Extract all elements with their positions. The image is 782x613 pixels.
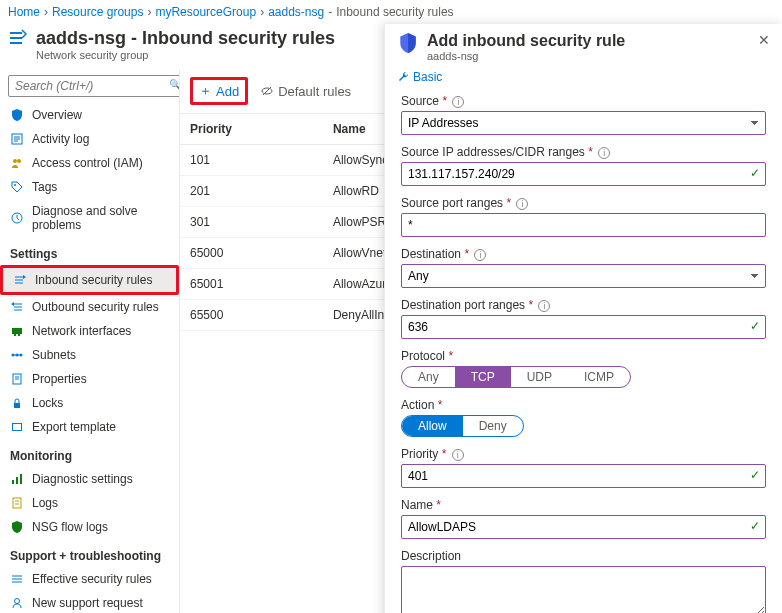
sidebar-item-inbound-rules[interactable]: Inbound security rules	[3, 268, 176, 292]
log-icon	[10, 132, 24, 146]
info-icon[interactable]: i	[516, 198, 528, 210]
source-ip-input[interactable]	[401, 162, 766, 186]
action-deny[interactable]: Deny	[463, 416, 523, 436]
sidebar-item-iam[interactable]: Access control (IAM)	[0, 151, 179, 175]
sidebar-item-label: Subnets	[32, 348, 76, 362]
sidebar-item-label: Diagnose and solve problems	[32, 204, 169, 232]
nsg-rules-icon	[8, 28, 28, 48]
name-input[interactable]	[401, 515, 766, 539]
lock-icon	[10, 396, 24, 410]
info-icon[interactable]: i	[598, 147, 610, 159]
protocol-any[interactable]: Any	[402, 367, 455, 387]
svg-point-7	[13, 159, 17, 163]
label-source: Source * i	[401, 94, 766, 108]
sidebar-item-support-request[interactable]: New support request	[0, 591, 179, 613]
breadcrumb-rg[interactable]: Resource groups	[52, 5, 143, 19]
sidebar-item-label: New support request	[32, 596, 143, 610]
breadcrumb-page: Inbound security rules	[336, 5, 453, 19]
close-icon[interactable]: ✕	[758, 32, 770, 48]
sidebar-item-diagnose[interactable]: Diagnose and solve problems	[0, 199, 179, 237]
add-button[interactable]: ＋Add	[199, 82, 239, 100]
info-icon[interactable]: i	[474, 249, 486, 261]
svg-point-39	[15, 599, 20, 604]
dest-port-input[interactable]	[401, 315, 766, 339]
sidebar-item-nics[interactable]: Network interfaces	[0, 319, 179, 343]
cell-priority: 65000	[180, 238, 323, 269]
search-input[interactable]	[8, 75, 180, 97]
description-input[interactable]	[401, 566, 766, 613]
protocol-icmp[interactable]: ICMP	[568, 367, 630, 387]
breadcrumb-group[interactable]: myResourceGroup	[155, 5, 256, 19]
col-priority[interactable]: Priority	[180, 114, 323, 145]
label-destination: Destination * i	[401, 247, 766, 261]
sidebar-item-properties[interactable]: Properties	[0, 367, 179, 391]
subnet-icon	[10, 348, 24, 362]
priority-input[interactable]	[401, 464, 766, 488]
info-icon[interactable]: i	[452, 96, 464, 108]
sidebar-item-effective-rules[interactable]: Effective security rules	[0, 567, 179, 591]
shield-icon	[397, 32, 419, 54]
page-title: aadds-nsg - Inbound security rules	[36, 28, 335, 49]
sidebar-item-subnets[interactable]: Subnets	[0, 343, 179, 367]
nic-icon	[10, 324, 24, 338]
sidebar-item-label: Logs	[32, 496, 58, 510]
sidebar-item-outbound-rules[interactable]: Outbound security rules	[0, 295, 179, 319]
people-icon	[10, 156, 24, 170]
sidebar-item-label: Inbound security rules	[35, 273, 152, 287]
svg-rect-29	[13, 424, 21, 430]
sidebar-item-flow-logs[interactable]: NSG flow logs	[0, 515, 179, 539]
svg-rect-17	[12, 328, 22, 334]
sidebar-item-logs[interactable]: Logs	[0, 491, 179, 515]
svg-rect-33	[13, 498, 21, 508]
destination-select[interactable]: Any	[401, 264, 766, 288]
sidebar-item-label: Diagnostic settings	[32, 472, 133, 486]
sidebar: « Overview Activity log Access control (…	[0, 69, 180, 613]
label-priority: Priority * i	[401, 447, 766, 461]
export-icon	[10, 420, 24, 434]
sidebar-item-label: Properties	[32, 372, 87, 386]
sidebar-item-overview[interactable]: Overview	[0, 103, 179, 127]
breadcrumb-home[interactable]: Home	[8, 5, 40, 19]
sidebar-section-support: Support + troubleshooting	[0, 539, 179, 567]
info-icon[interactable]: i	[538, 300, 550, 312]
protocol-udp[interactable]: UDP	[511, 367, 568, 387]
cell-priority: 65001	[180, 269, 323, 300]
label-action: Action *	[401, 398, 766, 412]
protocol-tcp[interactable]: TCP	[455, 367, 511, 387]
sidebar-item-label: Locks	[32, 396, 63, 410]
sidebar-item-export[interactable]: Export template	[0, 415, 179, 439]
sidebar-item-label: NSG flow logs	[32, 520, 108, 534]
sidebar-item-locks[interactable]: Locks	[0, 391, 179, 415]
basic-tab[interactable]: Basic	[385, 66, 782, 94]
default-rules-button[interactable]: Default rules	[260, 84, 351, 99]
outbound-icon	[10, 300, 24, 314]
svg-rect-32	[20, 474, 22, 484]
label-dest-port: Destination port ranges * i	[401, 298, 766, 312]
sidebar-section-settings: Settings	[0, 237, 179, 265]
svg-rect-30	[12, 480, 14, 484]
panel-subtitle: aadds-nsg	[427, 50, 625, 62]
inbound-icon	[13, 273, 27, 287]
cell-priority: 201	[180, 176, 323, 207]
sidebar-item-label: Overview	[32, 108, 82, 122]
label-protocol: Protocol *	[401, 349, 766, 363]
effective-icon	[10, 572, 24, 586]
highlight-inbound-rules: Inbound security rules	[0, 265, 179, 295]
sidebar-item-label: Tags	[32, 180, 57, 194]
add-rule-panel: Add inbound security rule aadds-nsg ✕ Ba…	[384, 24, 782, 613]
properties-icon	[10, 372, 24, 386]
sidebar-item-tags[interactable]: Tags	[0, 175, 179, 199]
info-icon[interactable]: i	[452, 449, 464, 461]
action-allow[interactable]: Allow	[402, 416, 463, 436]
breadcrumb-nsg[interactable]: aadds-nsg	[268, 5, 324, 19]
sidebar-item-activity-log[interactable]: Activity log	[0, 127, 179, 151]
panel-title: Add inbound security rule	[427, 32, 625, 50]
sidebar-item-diagnostic-settings[interactable]: Diagnostic settings	[0, 467, 179, 491]
svg-point-8	[17, 159, 21, 163]
source-select[interactable]: IP Addresses	[401, 111, 766, 135]
cell-priority: 301	[180, 207, 323, 238]
source-port-input[interactable]	[401, 213, 766, 237]
support-icon	[10, 596, 24, 610]
sidebar-item-label: Export template	[32, 420, 116, 434]
sidebar-item-label: Access control (IAM)	[32, 156, 143, 170]
